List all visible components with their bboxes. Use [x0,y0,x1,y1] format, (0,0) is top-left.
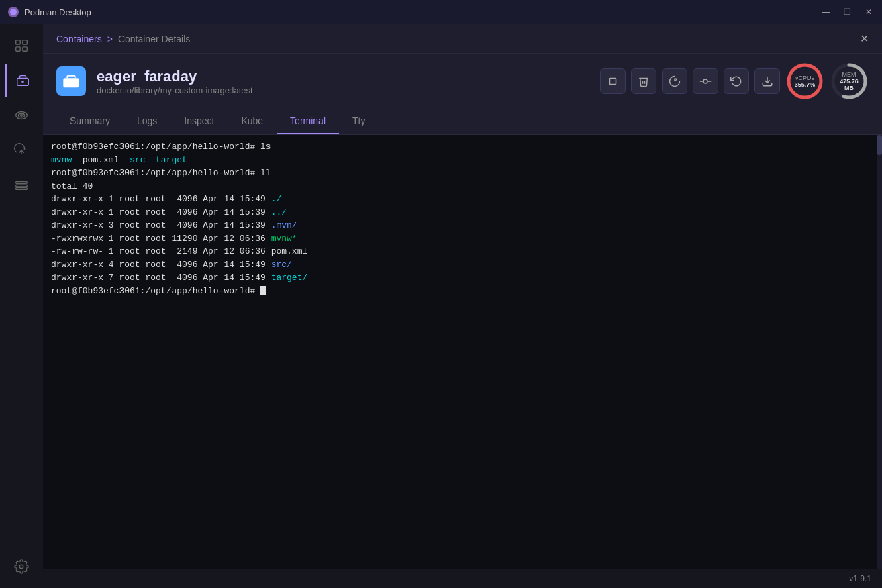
minimize-button[interactable]: — [820,7,831,17]
terminal-pane[interactable]: root@f0b93efc3061:/opt/app/hello-world# … [43,135,882,569]
tab-tty[interactable]: Tty [339,109,379,134]
tab-inspect[interactable]: Inspect [170,109,228,134]
terminal-cursor [260,286,266,295]
svg-rect-2 [23,40,27,44]
terminal-line: total 40 [51,180,874,193]
svg-rect-11 [16,182,28,184]
sidebar-item-volumes[interactable] [5,134,38,166]
svg-rect-18 [610,79,616,85]
sidebar-item-images[interactable] [5,169,38,201]
commit-button[interactable] [693,68,718,94]
tab-terminal[interactable]: Terminal [277,109,339,134]
stop-button[interactable] [600,68,626,94]
sidebar-item-settings[interactable] [5,550,38,583]
container-info-bar: eager_faraday docker.io/library/my-custo… [43,54,882,109]
cpu-label: vCPUs [795,75,816,81]
svg-point-10 [21,115,23,117]
svg-rect-3 [16,47,20,51]
container-logo [56,66,86,96]
terminal-line: root@f0b93efc3061:/opt/app/hello-world# … [51,140,874,154]
restore-button[interactable]: ❐ [842,7,852,17]
tab-bar: Summary Logs Inspect Kube Terminal Tty [43,109,882,135]
close-button[interactable]: ✕ [863,7,874,17]
svg-rect-1 [16,40,20,44]
terminal-line: drwxr-xr-x 1 root root 4096 Apr 14 15:39… [51,206,874,219]
restart-button[interactable] [724,68,749,94]
svg-rect-13 [16,188,28,190]
mem-label: MEM [840,71,859,78]
terminal-line: root@f0b93efc3061:/opt/app/hello-world# … [51,166,874,180]
svg-point-0 [10,9,17,15]
version-label: v1.9.1 [849,574,871,583]
svg-rect-15 [63,78,79,87]
content-header: Containers > Container Details ✕ [43,24,882,54]
svg-rect-16 [68,82,70,85]
svg-point-14 [19,565,23,569]
tab-kube[interactable]: Kube [228,109,277,134]
terminal-line: drwxr-xr-x 7 root root 4096 Apr 14 15:49… [51,271,874,285]
scrollbar-thumb[interactable] [877,135,882,155]
content-area: Containers > Container Details ✕ eager_f… [43,24,882,588]
download-button[interactable] [754,68,780,94]
mem-meter[interactable]: MEM 475.76 MB [830,62,869,101]
container-image: docker.io/library/my-custom-image:latest [97,85,253,95]
container-details: eager_faraday docker.io/library/my-custo… [97,68,253,95]
svg-rect-4 [23,47,27,51]
sidebar-item-dashboard[interactable] [5,30,38,62]
breadcrumb-parent[interactable]: Containers [56,34,102,44]
sidebar-item-containers[interactable] [5,64,38,97]
sidebar-item-pods[interactable] [5,99,38,132]
cpu-meter[interactable]: vCPUs 355.7% [785,62,824,101]
titlebar: Podman Desktop — ❐ ✕ [0,0,882,24]
terminal-line: drwxr-xr-x 1 root root 4096 Apr 14 15:49… [51,193,874,206]
terminal-line: drwxr-xr-x 4 root root 4096 Apr 14 15:49… [51,258,874,272]
deploy-button[interactable] [662,68,687,94]
svg-point-19 [703,79,707,83]
window-controls: — ❐ ✕ [820,7,874,17]
breadcrumb: Containers > Container Details [56,34,190,44]
tab-logs[interactable]: Logs [124,109,170,134]
cpu-value: 355.7% [795,81,816,88]
app-icon [8,7,19,17]
container-actions: vCPUs 355.7% MEM 475.76 MB [600,62,869,101]
main-layout: Containers > Container Details ✕ eager_f… [0,24,882,588]
sidebar [0,24,43,588]
terminal-cursor-line: root@f0b93efc3061:/opt/app/hello-world# [51,285,874,298]
breadcrumb-separator: > [107,34,113,44]
terminal-line: drwxr-xr-x 3 root root 4096 Apr 14 15:39… [51,219,874,232]
app-title: Podman Desktop [24,7,815,17]
delete-button[interactable] [631,68,656,94]
terminal-line: mvnw pom.xml src target [51,154,874,167]
svg-rect-12 [16,185,28,187]
tab-summary[interactable]: Summary [56,109,124,134]
close-panel-button[interactable]: ✕ [860,32,869,45]
terminal-line: -rw-rw-rw- 1 root root 2149 Apr 12 06:36… [51,245,874,258]
breadcrumb-current: Container Details [118,34,190,44]
container-name: eager_faraday [97,68,253,85]
terminal-line: -rwxrwxrwx 1 root root 11290 Apr 12 06:3… [51,232,874,246]
scrollbar-track[interactable] [877,135,882,569]
svg-rect-17 [72,82,75,85]
svg-point-8 [16,112,28,119]
status-bar: v1.9.1 [43,569,882,588]
mem-value: 475.76 MB [840,78,859,91]
